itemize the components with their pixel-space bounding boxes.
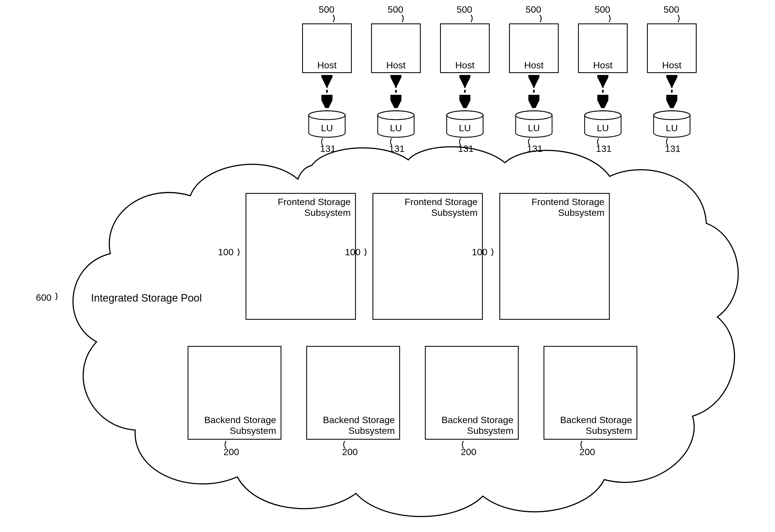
host-box: Host [371,23,421,73]
host-label: Host [524,60,543,71]
host-ref-6: 500 [664,4,679,15]
tick-icon [364,248,370,256]
lu-cylinder: LU [584,110,622,138]
pool-label: Integrated Storage Pool [91,292,202,304]
frontend-label: Frontend Storage Subsystem [251,197,351,218]
frontend-box: Frontend Storage Subsystem [372,193,483,320]
host-ref-2: 500 [388,4,403,15]
frontend-ref-3: 100 [472,247,487,257]
tick-icon [576,440,583,449]
bidir-arrow-icon [528,75,539,108]
frontend-ref-2: 100 [345,247,361,257]
tick-icon [386,138,392,146]
backend-box: Backend Storage Subsystem [425,346,519,440]
backend-label: Backend Storage Subsystem [312,415,395,436]
tick-icon [609,14,615,23]
backend-label: Backend Storage Subsystem [193,415,276,436]
lu-label: LU [446,123,484,133]
tick-icon [455,138,461,146]
lu-label: LU [377,123,415,133]
pool-ref: 600 [36,292,52,303]
host-box: Host [578,23,628,73]
host-box: Host [440,23,490,73]
host-box: Host [647,23,697,73]
backend-box: Backend Storage Subsystem [187,346,282,440]
bidir-arrow-icon [390,75,401,108]
host-ref-4: 500 [525,4,541,15]
tick-icon [539,14,545,23]
backend-label: Backend Storage Subsystem [430,415,513,436]
frontend-ref-1: 100 [218,247,234,257]
tick-icon [491,248,497,256]
bidir-arrow-icon [321,75,333,108]
host-label: Host [317,60,337,71]
tick-icon [237,248,243,256]
lu-label: LU [514,123,553,133]
tick-icon [55,292,61,300]
tick-icon [317,138,323,146]
backend-label: Backend Storage Subsystem [549,415,632,436]
tick-icon [662,138,668,146]
host-label: Host [386,60,406,71]
tick-icon [221,440,227,449]
host-label: Host [593,60,613,71]
lu-label: LU [653,123,691,133]
frontend-box: Frontend Storage Subsystem [246,193,356,320]
tick-icon [677,14,683,23]
backend-box: Backend Storage Subsystem [306,346,400,440]
tick-icon [401,14,407,23]
tick-icon [524,138,530,146]
host-box: Host [509,23,559,73]
tick-icon [593,138,599,146]
frontend-label: Frontend Storage Subsystem [378,197,478,218]
bidir-arrow-icon [459,75,470,108]
frontend-label: Frontend Storage Subsystem [505,197,605,218]
tick-icon [458,440,464,449]
host-label: Host [455,60,474,71]
tick-icon [333,14,339,23]
tick-icon [339,440,345,449]
host-ref-1: 500 [319,4,334,15]
host-box: Host [302,23,352,73]
lu-label: LU [308,123,346,133]
lu-cylinder: LU [308,110,346,138]
lu-cylinder: LU [514,110,553,138]
bidir-arrow-icon [597,75,609,108]
backend-box: Backend Storage Subsystem [543,346,637,440]
host-ref-5: 500 [595,4,610,15]
frontend-box: Frontend Storage Subsystem [499,193,610,320]
bidir-arrow-icon [666,75,677,108]
tick-icon [470,14,476,23]
host-label: Host [662,60,682,71]
lu-label: LU [584,123,622,133]
lu-cylinder: LU [446,110,484,138]
lu-cylinder: LU [377,110,415,138]
lu-cylinder: LU [653,110,691,138]
host-ref-3: 500 [457,4,472,15]
